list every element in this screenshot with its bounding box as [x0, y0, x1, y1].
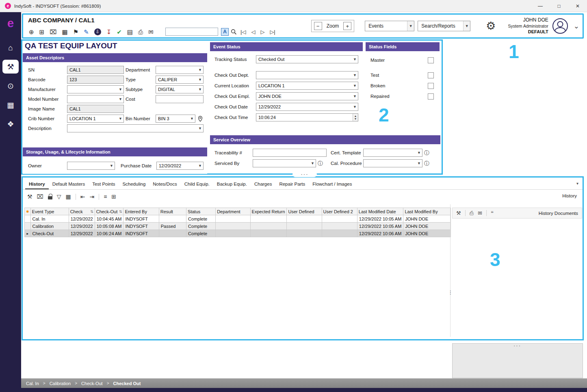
horizontal-splitter-grip[interactable]: ··· — [513, 342, 521, 349]
tab-child-equip[interactable]: Child Equip. — [181, 178, 213, 189]
check-out-event-icon[interactable]: ⇥ — [89, 194, 94, 199]
last-record-icon[interactable]: ▷| — [270, 29, 275, 35]
column-header-user-defined[interactable]: User Defined — [287, 208, 322, 215]
column-header-user-defined-2[interactable]: User Defined 2 — [322, 208, 357, 215]
spin-up-icon[interactable]: ▲ — [354, 115, 357, 117]
description-select[interactable]: ▼ — [67, 124, 204, 132]
subtype-select[interactable]: DIGITAL▼ — [156, 85, 204, 93]
column-header-entered-by[interactable]: Entered By — [123, 208, 159, 215]
purchase-date-picker[interactable]: 12/20/2022▼ — [156, 162, 204, 170]
sidebar-item-crib[interactable]: ❖ — [2, 117, 19, 131]
owner-select[interactable]: ▼ — [67, 162, 115, 170]
sidebar-item-home[interactable]: ⌂ — [2, 41, 19, 54]
chevron-down-icon[interactable]: ⌄ — [574, 22, 579, 30]
image-name-field[interactable]: CAL1 — [67, 105, 124, 113]
add-event-icon[interactable]: ⊞ — [111, 194, 116, 199]
tab-test-points[interactable]: Test Points — [89, 178, 119, 189]
check-out-empl-select[interactable]: JOHN DOE▼ — [256, 92, 358, 100]
tracking-status-select[interactable]: Checked Out▼ — [256, 55, 358, 63]
table-row[interactable]: Cal. In12/29/202210:04:45 AMINDYSOFTComp… — [25, 215, 451, 223]
column-header-department[interactable]: Department — [216, 208, 250, 215]
tab-flowchart-images[interactable]: Flowchart / Images — [309, 178, 355, 189]
previous-record-icon[interactable]: ◁ — [251, 29, 255, 35]
doc-email-icon[interactable]: ✉ — [478, 210, 482, 216]
doc-note-icon[interactable]: ❝ — [491, 210, 494, 216]
minimize-button[interactable]: — — [531, 0, 550, 12]
cert-template-select[interactable]: ▼ — [363, 149, 422, 157]
manufacturer-select[interactable]: ▼ — [67, 85, 124, 93]
column-header-check-out[interactable]: Check-Out⇅ — [95, 208, 123, 215]
event-details-icon[interactable]: ≡ — [104, 194, 107, 199]
info-icon[interactable]: ⓘ — [424, 161, 432, 166]
check-in-event-icon[interactable]: ⇤ — [80, 194, 85, 199]
bookmark-icon[interactable]: ⚑ — [73, 29, 78, 35]
check-out-time-field[interactable]: 10:06:24 ▲▼ — [256, 113, 358, 121]
department-select[interactable]: ▼ — [156, 66, 204, 74]
search-input[interactable] — [165, 28, 218, 36]
close-button[interactable]: ✕ — [568, 0, 587, 12]
delete-record-icon[interactable]: ⌧ — [50, 29, 56, 35]
email-icon[interactable]: ✉ — [148, 29, 154, 35]
bin-number-select[interactable]: BIN 3▼ — [156, 115, 195, 123]
column-header-last-modified-by[interactable]: Last Modified By — [403, 208, 451, 215]
maximize-button[interactable]: □ — [550, 0, 568, 12]
time-spinner[interactable]: ▲▼ — [353, 114, 358, 121]
tab-notes-docs[interactable]: Notes/Docs — [149, 178, 180, 189]
traceability-field[interactable] — [253, 149, 327, 157]
sidebar-item-equipment[interactable]: ⚒ — [2, 60, 19, 74]
cost-field[interactable] — [156, 95, 204, 103]
events-select[interactable]: Events ▼ — [365, 21, 414, 31]
search-reports-select[interactable]: Search/Reports ▼ — [418, 21, 470, 31]
test-checkbox[interactable] — [428, 72, 434, 78]
history-table[interactable]: ✱Event TypeCheck⇅Check-Out⇅Entered ByRes… — [24, 208, 451, 237]
column-header-status[interactable]: Status — [186, 208, 216, 215]
column-header-event-type[interactable]: Event Type — [30, 208, 69, 215]
first-record-icon[interactable]: |◁ — [240, 29, 246, 35]
user-avatar-icon[interactable] — [552, 18, 568, 34]
schedule-event-icon[interactable]: ▦ — [62, 29, 67, 35]
delete-event-icon[interactable]: ⌧ — [37, 194, 43, 199]
repaired-checkbox[interactable] — [428, 93, 434, 100]
sn-field[interactable]: CAL1 — [67, 66, 124, 74]
add-record-icon[interactable]: ⊕ — [29, 29, 34, 35]
master-checkbox[interactable] — [428, 57, 434, 63]
broken-checkbox[interactable] — [428, 83, 434, 89]
current-location-select[interactable]: LOCATION 1▼ — [256, 82, 358, 90]
check-out-icon[interactable]: ↧ — [106, 29, 112, 35]
crib-number-select[interactable]: LOCATION 1▼ — [67, 115, 124, 123]
tab-repair-parts[interactable]: Repair Parts — [275, 178, 309, 189]
tab-backup-equip[interactable]: Backup Equip. — [213, 178, 251, 189]
date-filter-icon[interactable]: ▦ — [65, 194, 71, 199]
column-header-check[interactable]: Check⇅ — [69, 208, 95, 215]
filter-icon[interactable]: ▽ — [57, 194, 61, 199]
tab-history[interactable]: History — [25, 178, 49, 189]
sidebar-item-scheduler[interactable]: ▦ — [2, 98, 19, 112]
lock-icon[interactable] — [48, 194, 52, 199]
text-filter-toggle[interactable]: A — [221, 28, 229, 36]
zoom-in-button[interactable]: + — [343, 22, 351, 30]
model-number-select[interactable]: ▼ — [67, 95, 124, 103]
doc-tools-icon[interactable]: ⚒ — [456, 210, 461, 216]
serviced-by-select[interactable]: ▼ — [253, 159, 316, 167]
vertical-splitter[interactable] — [450, 204, 451, 337]
tab-overflow-icon[interactable]: ▾ — [576, 181, 578, 186]
sidebar-item-gauges[interactable]: ⊙ — [2, 79, 19, 93]
settings-gear-icon[interactable]: ⚙ — [486, 21, 496, 32]
search-icon[interactable] — [231, 29, 237, 35]
tab-scheduling[interactable]: Scheduling — [119, 178, 149, 189]
clone-record-icon[interactable]: ⊞ — [39, 29, 45, 35]
grid-tools-icon[interactable]: ⚒ — [27, 194, 32, 199]
sign-off-icon[interactable]: ✔ — [117, 29, 122, 35]
doc-print-icon[interactable]: ⎙ — [470, 210, 474, 216]
user-block[interactable]: JOHN DOE System Administrator DEFAULT ⌄ — [508, 17, 579, 35]
tab-default-masters[interactable]: Default Masters — [49, 178, 89, 189]
barcode-field[interactable]: 123 — [67, 76, 124, 84]
type-select[interactable]: CALIPER▼ — [156, 76, 204, 84]
table-row[interactable]: ▸Check-Out12/29/202210:06:24 AMINDYSOFTC… — [25, 230, 451, 237]
check-out-dept-select[interactable]: ▼ — [256, 71, 358, 79]
column-header-expected-return[interactable]: Expected Return — [250, 208, 287, 215]
table-row[interactable]: Calibration12/29/202210:05:08 AMINDYSOFT… — [25, 223, 451, 230]
check-out-date-picker[interactable]: 12/29/2022▼ — [256, 103, 358, 111]
info-icon[interactable]: ⓘ — [318, 161, 327, 166]
horizontal-splitter-grip[interactable]: ··· — [292, 171, 317, 177]
